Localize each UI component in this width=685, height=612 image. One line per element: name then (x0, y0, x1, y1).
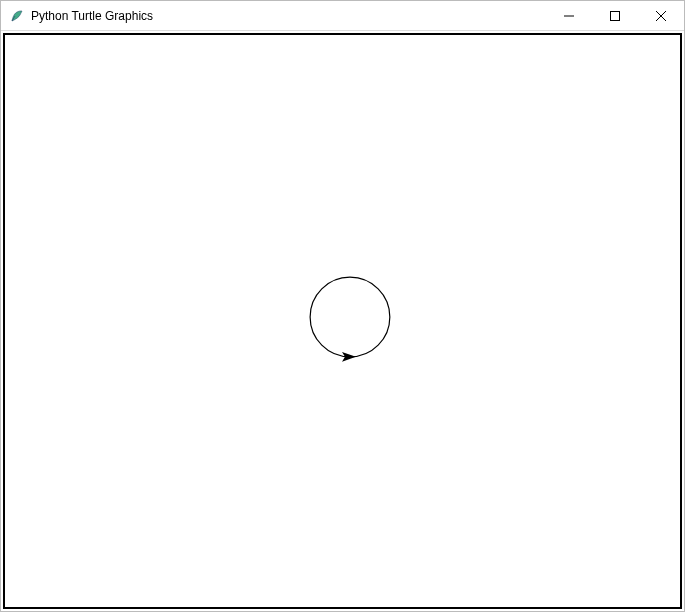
close-button[interactable] (638, 1, 684, 30)
feather-icon (9, 8, 25, 24)
window-controls (546, 1, 684, 30)
maximize-button[interactable] (592, 1, 638, 30)
svg-rect-1 (611, 11, 620, 20)
close-icon (656, 11, 666, 21)
maximize-icon (610, 11, 620, 21)
window-title: Python Turtle Graphics (31, 9, 546, 23)
drawn-circle (310, 277, 390, 357)
titlebar[interactable]: Python Turtle Graphics (1, 1, 684, 31)
minimize-icon (564, 11, 574, 21)
minimize-button[interactable] (546, 1, 592, 30)
turtle-canvas (5, 35, 680, 607)
canvas-frame (3, 33, 682, 609)
application-window: Python Turtle Graphics (0, 0, 685, 612)
